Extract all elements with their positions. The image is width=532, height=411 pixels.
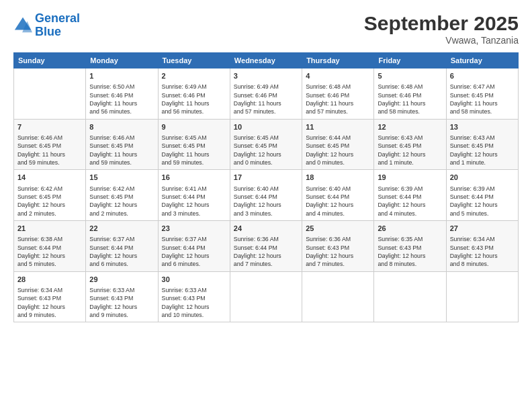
col-header-wednesday: Wednesday: [230, 53, 302, 68]
calendar-cell: 16Sunrise: 6:41 AMSunset: 6:44 PMDayligh…: [158, 170, 230, 221]
calendar-cell: 9Sunrise: 6:45 AMSunset: 6:45 PMDaylight…: [158, 119, 230, 170]
calendar-cell: 15Sunrise: 6:42 AMSunset: 6:45 PMDayligh…: [86, 170, 158, 221]
day-number: 4: [306, 71, 370, 81]
header: General Blue September 2025 Vwawa, Tanza…: [13, 12, 519, 46]
day-number: 15: [89, 173, 154, 183]
day-number: 27: [450, 224, 515, 234]
calendar-cell: 20Sunrise: 6:39 AMSunset: 6:44 PMDayligh…: [446, 170, 518, 221]
calendar-cell: 12Sunrise: 6:43 AMSunset: 6:45 PMDayligh…: [374, 119, 446, 170]
calendar-week-5: 28Sunrise: 6:34 AMSunset: 6:43 PMDayligh…: [14, 271, 519, 322]
day-info: Sunrise: 6:39 AMSunset: 6:44 PMDaylight:…: [378, 185, 442, 218]
day-info: Sunrise: 6:40 AMSunset: 6:44 PMDaylight:…: [306, 185, 370, 218]
col-header-tuesday: Tuesday: [158, 53, 230, 68]
day-info: Sunrise: 6:34 AMSunset: 6:43 PMDaylight:…: [17, 286, 82, 319]
logo-line2: Blue: [35, 25, 61, 38]
day-info: Sunrise: 6:46 AMSunset: 6:45 PMDaylight:…: [89, 134, 154, 167]
logo-text: General Blue: [35, 12, 80, 39]
day-number: 17: [234, 173, 298, 183]
calendar-cell: 10Sunrise: 6:45 AMSunset: 6:45 PMDayligh…: [230, 119, 302, 170]
calendar-cell: 14Sunrise: 6:42 AMSunset: 6:45 PMDayligh…: [14, 170, 86, 221]
day-info: Sunrise: 6:33 AMSunset: 6:43 PMDaylight:…: [89, 286, 154, 319]
day-number: 20: [450, 173, 515, 183]
day-number: 18: [306, 173, 370, 183]
day-info: Sunrise: 6:34 AMSunset: 6:43 PMDaylight:…: [450, 235, 515, 268]
day-number: 16: [162, 173, 226, 183]
calendar-cell: 26Sunrise: 6:35 AMSunset: 6:43 PMDayligh…: [374, 220, 446, 271]
logo-line1: General: [35, 11, 80, 25]
calendar-table: SundayMondayTuesdayWednesdayThursdayFrid…: [13, 52, 519, 322]
day-number: 23: [162, 224, 226, 234]
day-number: 5: [378, 71, 442, 81]
day-info: Sunrise: 6:50 AMSunset: 6:46 PMDaylight:…: [89, 83, 154, 116]
calendar-week-2: 7Sunrise: 6:46 AMSunset: 6:45 PMDaylight…: [14, 119, 519, 170]
calendar-cell: 18Sunrise: 6:40 AMSunset: 6:44 PMDayligh…: [302, 170, 374, 221]
calendar-week-4: 21Sunrise: 6:38 AMSunset: 6:44 PMDayligh…: [14, 220, 519, 271]
day-info: Sunrise: 6:43 AMSunset: 6:45 PMDaylight:…: [378, 134, 442, 167]
col-header-thursday: Thursday: [302, 53, 374, 68]
day-info: Sunrise: 6:46 AMSunset: 6:45 PMDaylight:…: [17, 134, 82, 167]
calendar-cell: 1Sunrise: 6:50 AMSunset: 6:46 PMDaylight…: [86, 68, 158, 120]
day-number: 14: [17, 173, 82, 183]
day-info: Sunrise: 6:33 AMSunset: 6:43 PMDaylight:…: [162, 286, 226, 319]
day-number: 1: [89, 71, 154, 81]
day-info: Sunrise: 6:49 AMSunset: 6:46 PMDaylight:…: [162, 83, 226, 116]
day-number: 26: [378, 224, 442, 234]
day-info: Sunrise: 6:43 AMSunset: 6:45 PMDaylight:…: [450, 134, 515, 167]
day-number: 8: [89, 122, 154, 132]
day-info: Sunrise: 6:35 AMSunset: 6:43 PMDaylight:…: [378, 235, 442, 268]
col-header-friday: Friday: [374, 53, 446, 68]
calendar-cell: 24Sunrise: 6:36 AMSunset: 6:44 PMDayligh…: [230, 220, 302, 271]
day-info: Sunrise: 6:45 AMSunset: 6:45 PMDaylight:…: [234, 134, 298, 167]
col-header-sunday: Sunday: [14, 53, 86, 68]
calendar-cell: 25Sunrise: 6:36 AMSunset: 6:43 PMDayligh…: [302, 220, 374, 271]
calendar-cell: [446, 271, 518, 322]
day-number: 3: [234, 71, 298, 81]
day-number: 10: [234, 122, 298, 132]
calendar-cell: 29Sunrise: 6:33 AMSunset: 6:43 PMDayligh…: [86, 271, 158, 322]
calendar-cell: 11Sunrise: 6:44 AMSunset: 6:45 PMDayligh…: [302, 119, 374, 170]
calendar-cell: 28Sunrise: 6:34 AMSunset: 6:43 PMDayligh…: [14, 271, 86, 322]
day-number: 25: [306, 224, 370, 234]
calendar-header-row: SundayMondayTuesdayWednesdayThursdayFrid…: [14, 53, 519, 68]
calendar-cell: [302, 271, 374, 322]
day-number: 12: [378, 122, 442, 132]
calendar-cell: 13Sunrise: 6:43 AMSunset: 6:45 PMDayligh…: [446, 119, 518, 170]
logo: General Blue: [13, 12, 80, 39]
month-title: September 2025: [364, 12, 519, 35]
day-number: 22: [89, 224, 154, 234]
calendar-week-1: 1Sunrise: 6:50 AMSunset: 6:46 PMDaylight…: [14, 68, 519, 120]
day-number: 21: [17, 224, 82, 234]
calendar-cell: 7Sunrise: 6:46 AMSunset: 6:45 PMDaylight…: [14, 119, 86, 170]
calendar-cell: 30Sunrise: 6:33 AMSunset: 6:43 PMDayligh…: [158, 271, 230, 322]
day-info: Sunrise: 6:38 AMSunset: 6:44 PMDaylight:…: [17, 235, 82, 268]
col-header-saturday: Saturday: [446, 53, 518, 68]
calendar-cell: 6Sunrise: 6:47 AMSunset: 6:45 PMDaylight…: [446, 68, 518, 120]
col-header-monday: Monday: [86, 53, 158, 68]
location-subtitle: Vwawa, Tanzania: [364, 35, 519, 46]
day-number: 24: [234, 224, 298, 234]
day-number: 29: [89, 275, 154, 285]
day-info: Sunrise: 6:48 AMSunset: 6:46 PMDaylight:…: [378, 83, 442, 116]
day-info: Sunrise: 6:40 AMSunset: 6:44 PMDaylight:…: [234, 185, 298, 218]
day-info: Sunrise: 6:47 AMSunset: 6:45 PMDaylight:…: [450, 83, 515, 116]
logo-icon: [13, 16, 32, 35]
day-number: 9: [162, 122, 226, 132]
calendar-week-3: 14Sunrise: 6:42 AMSunset: 6:45 PMDayligh…: [14, 170, 519, 221]
day-info: Sunrise: 6:42 AMSunset: 6:45 PMDaylight:…: [89, 185, 154, 218]
day-number: 11: [306, 122, 370, 132]
day-info: Sunrise: 6:41 AMSunset: 6:44 PMDaylight:…: [162, 185, 226, 218]
calendar-cell: [230, 271, 302, 322]
calendar-cell: 4Sunrise: 6:48 AMSunset: 6:46 PMDaylight…: [302, 68, 374, 120]
day-info: Sunrise: 6:48 AMSunset: 6:46 PMDaylight:…: [306, 83, 370, 116]
calendar-cell: 27Sunrise: 6:34 AMSunset: 6:43 PMDayligh…: [446, 220, 518, 271]
day-number: 30: [162, 275, 226, 285]
day-info: Sunrise: 6:36 AMSunset: 6:43 PMDaylight:…: [306, 235, 370, 268]
day-number: 7: [17, 122, 82, 132]
calendar-cell: 3Sunrise: 6:49 AMSunset: 6:46 PMDaylight…: [230, 68, 302, 120]
day-number: 6: [450, 71, 515, 81]
calendar-cell: 23Sunrise: 6:37 AMSunset: 6:44 PMDayligh…: [158, 220, 230, 271]
calendar-cell: 19Sunrise: 6:39 AMSunset: 6:44 PMDayligh…: [374, 170, 446, 221]
day-info: Sunrise: 6:45 AMSunset: 6:45 PMDaylight:…: [162, 134, 226, 167]
day-info: Sunrise: 6:49 AMSunset: 6:46 PMDaylight:…: [234, 83, 298, 116]
day-info: Sunrise: 6:37 AMSunset: 6:44 PMDaylight:…: [162, 235, 226, 268]
